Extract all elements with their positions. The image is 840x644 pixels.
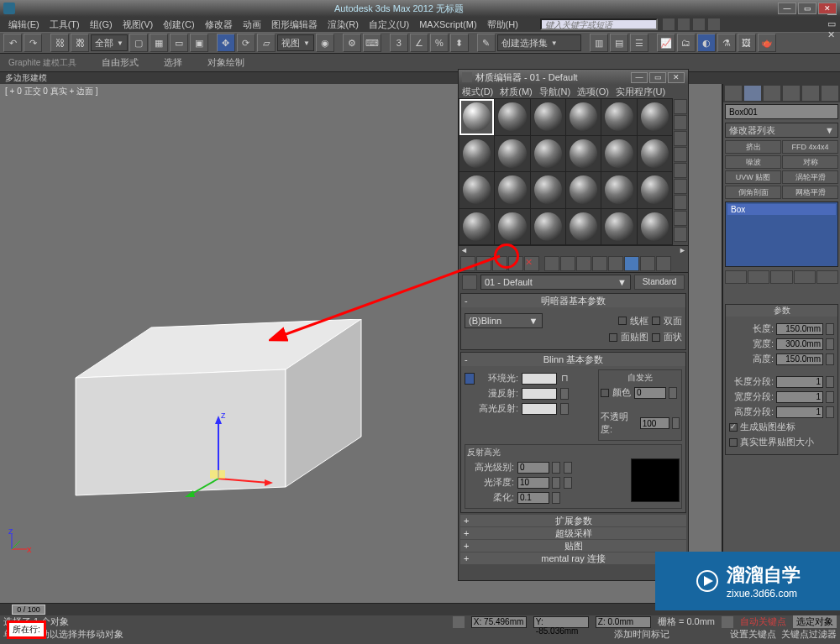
diffuse-map-button[interactable] bbox=[560, 388, 569, 400]
put-to-scene-button[interactable] bbox=[476, 256, 491, 271]
modbtn-symmetry[interactable]: 对称 bbox=[782, 155, 838, 169]
sample-slot[interactable] bbox=[459, 136, 494, 172]
selfillum-spinner[interactable] bbox=[669, 387, 677, 399]
ribbon-tab-freeform[interactable]: 自由形式 bbox=[102, 56, 139, 69]
specular-swatch[interactable] bbox=[522, 403, 557, 415]
sample-slot-1[interactable] bbox=[459, 99, 494, 135]
speclevel-field[interactable]: 0 bbox=[517, 462, 549, 474]
ribbon-tab-objectpaint[interactable]: 对象绘制 bbox=[207, 56, 244, 69]
spinner-snap-button[interactable]: ⬍ bbox=[450, 34, 469, 52]
make-copy-button[interactable] bbox=[544, 256, 559, 271]
render-button[interactable]: 🫖 bbox=[758, 34, 776, 52]
twoside-checkbox[interactable] bbox=[652, 317, 660, 325]
material-editor-button[interactable]: ◐ bbox=[697, 34, 716, 52]
snap-button[interactable]: 3 bbox=[390, 34, 408, 52]
curve-editor-button[interactable]: 📈 bbox=[657, 34, 675, 52]
go-forward-button[interactable] bbox=[656, 256, 671, 271]
pivot-button[interactable]: ◉ bbox=[316, 34, 334, 52]
menu-rendering[interactable]: 渲染(R) bbox=[323, 18, 364, 31]
keyboard-button[interactable]: ⌨ bbox=[363, 34, 381, 52]
ambient-lock-button[interactable] bbox=[465, 373, 475, 385]
ref-coord-dropdown[interactable]: 视图▼ bbox=[277, 34, 314, 51]
pin-stack-button[interactable] bbox=[725, 270, 747, 284]
menu-tools[interactable]: 工具(T) bbox=[45, 18, 85, 31]
sample-slot[interactable] bbox=[495, 136, 529, 172]
modbtn-extrude[interactable]: 挤出 bbox=[725, 140, 781, 154]
menu-grapheditors[interactable]: 图形编辑器 bbox=[266, 18, 323, 31]
options-button[interactable] bbox=[674, 195, 687, 210]
selfillum-color-checkbox[interactable] bbox=[601, 389, 609, 397]
sample-slot[interactable] bbox=[531, 209, 565, 245]
hseg-spinner[interactable] bbox=[826, 406, 834, 418]
menu-animation[interactable]: 动画 bbox=[238, 18, 266, 31]
blinn-rollout-header[interactable]: -Blinn 基本参数 bbox=[461, 353, 685, 366]
stack-item-box[interactable]: Box bbox=[727, 204, 836, 215]
shader-rollout-header[interactable]: -明暗器基本参数 bbox=[461, 294, 685, 307]
hseg-field[interactable]: 1 bbox=[776, 406, 823, 418]
sample-slot[interactable] bbox=[601, 99, 636, 135]
modifier-list-dropdown[interactable]: 修改器列表▼ bbox=[725, 123, 838, 138]
material-name-dropdown[interactable]: 01 - Default▼ bbox=[480, 275, 631, 290]
speclevel-spinner[interactable] bbox=[552, 462, 560, 474]
sample-slot[interactable] bbox=[638, 172, 672, 208]
select-button[interactable]: ▢ bbox=[129, 34, 148, 52]
opacity-field[interactable]: 100 bbox=[640, 417, 669, 429]
rendered-frame-button[interactable]: 🖼 bbox=[738, 34, 756, 52]
create-tab[interactable] bbox=[724, 85, 743, 102]
remove-mod-button[interactable] bbox=[794, 270, 816, 284]
me-close-button[interactable]: ✕ bbox=[668, 72, 685, 83]
schematic-button[interactable]: 🗂 bbox=[677, 34, 696, 52]
params-header[interactable]: 参数 bbox=[726, 305, 837, 317]
addtime-button[interactable]: 添加时间标记 bbox=[614, 628, 669, 641]
get-material-button[interactable] bbox=[460, 256, 475, 271]
height-field[interactable]: 150.0mm bbox=[776, 353, 823, 365]
menu-create[interactable]: 创建(C) bbox=[158, 18, 199, 31]
length-spinner[interactable] bbox=[826, 323, 834, 335]
viewport-label[interactable]: [ + 0 正交 0 真实 + 边面 ] bbox=[5, 86, 98, 97]
sample-slot[interactable] bbox=[638, 136, 672, 172]
named-sel-dropdown[interactable]: 创建选择集▼ bbox=[497, 34, 581, 51]
time-slider[interactable]: 0 / 100 bbox=[12, 605, 45, 615]
mentalray-rollout[interactable]: +mental ray 连接 bbox=[460, 552, 686, 564]
setkey-button[interactable]: 设置关键点 bbox=[730, 628, 776, 641]
sample-slot[interactable] bbox=[459, 209, 494, 245]
sample-slot[interactable] bbox=[601, 209, 636, 245]
edit-named-sel-button[interactable]: ✎ bbox=[477, 34, 496, 52]
width-spinner[interactable] bbox=[826, 338, 834, 350]
hierarchy-tab[interactable] bbox=[763, 85, 781, 102]
menu-group[interactable]: 组(G) bbox=[85, 18, 118, 31]
ribbon-tab-selection[interactable]: 选择 bbox=[164, 56, 182, 69]
help-icon-1[interactable] bbox=[663, 18, 675, 30]
length-field[interactable]: 150.0mm bbox=[776, 323, 823, 335]
menu-customize[interactable]: 自定义(U) bbox=[364, 18, 414, 31]
manipulate-button[interactable]: ⚙ bbox=[343, 34, 361, 52]
configure-button[interactable] bbox=[816, 270, 838, 284]
height-spinner[interactable] bbox=[826, 353, 834, 365]
make-unique-button[interactable] bbox=[560, 256, 575, 271]
maps-rollout[interactable]: +贴图 bbox=[460, 540, 686, 552]
background-button[interactable] bbox=[674, 131, 687, 146]
opacity-spinner[interactable] bbox=[672, 417, 680, 429]
angle-snap-button[interactable]: ∠ bbox=[410, 34, 428, 52]
sample-slot[interactable] bbox=[601, 136, 636, 172]
faceted-checkbox[interactable] bbox=[652, 333, 660, 342]
supersample-rollout[interactable]: +超级采样 bbox=[460, 527, 686, 539]
modifier-stack[interactable]: Box bbox=[725, 202, 838, 267]
selset-button[interactable]: 选定对象 bbox=[793, 615, 837, 628]
soften-spinner[interactable] bbox=[552, 492, 560, 504]
menu-views[interactable]: 视图(V) bbox=[118, 18, 159, 31]
doc-close-button[interactable]: ✕ bbox=[827, 29, 837, 40]
undo-button[interactable]: ↶ bbox=[3, 34, 22, 52]
gloss-spinner[interactable] bbox=[552, 477, 560, 489]
me-minimize-button[interactable]: — bbox=[631, 72, 648, 83]
sample-slot[interactable] bbox=[495, 209, 529, 245]
extended-rollout[interactable]: +扩展参数 bbox=[460, 515, 686, 526]
facemap-checkbox[interactable] bbox=[609, 333, 617, 342]
help-icon-4[interactable] bbox=[708, 18, 720, 30]
lseg-spinner[interactable] bbox=[826, 376, 834, 388]
material-type-button[interactable]: Standard bbox=[634, 275, 685, 290]
autokey-button[interactable]: 自动关键点 bbox=[740, 615, 786, 628]
sample-type-button[interactable] bbox=[674, 99, 687, 114]
ribbon-strip[interactable]: 多边形建模 bbox=[0, 72, 840, 84]
menu-modifiers[interactable]: 修改器 bbox=[200, 18, 238, 31]
